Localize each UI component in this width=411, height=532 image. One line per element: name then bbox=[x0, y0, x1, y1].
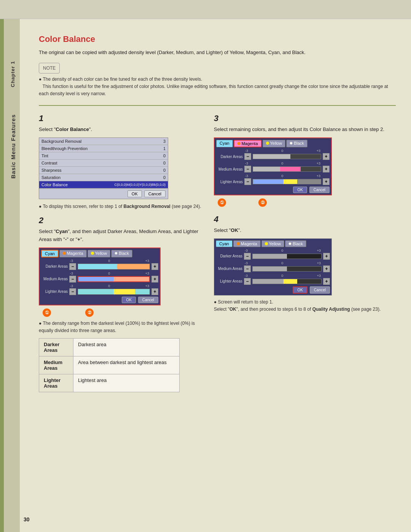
cb-tabs-step2: Cyan Magenta Yellow Black bbox=[41, 250, 158, 257]
slider-s3-darker[interactable] bbox=[253, 154, 321, 159]
s3-lighter-minus[interactable]: − bbox=[244, 178, 251, 185]
cb-ok-step2[interactable]: OK bbox=[122, 297, 135, 303]
tab-magenta-s3[interactable]: Magenta bbox=[234, 140, 262, 147]
step-4-note: Screen will return to step 1.Select "OK"… bbox=[214, 299, 396, 313]
step-2-note: The density range from the darkest level… bbox=[39, 320, 202, 334]
step-4: 4 Select "OK". Cyan Magenta Yellow Black bbox=[214, 214, 396, 313]
lighter-minus[interactable]: − bbox=[69, 288, 76, 295]
settings-row-tint: Tint 0 bbox=[39, 152, 168, 160]
tab-black-s3[interactable]: Black bbox=[286, 140, 307, 147]
note-bullet-2-cont: This function is useful for the fine adj… bbox=[39, 84, 388, 96]
s4-medium-plus[interactable]: + bbox=[323, 265, 330, 272]
scale-s3-dark: -30+3 bbox=[216, 149, 330, 153]
scale-lighter: -30+3 bbox=[41, 284, 158, 288]
label-medium: Medium Areas bbox=[41, 277, 68, 281]
tab-magenta-s4[interactable]: Magenta bbox=[233, 240, 261, 247]
scale-darker: -30+3 bbox=[41, 259, 158, 263]
cb-buttons-step2: OK Cancel bbox=[41, 297, 158, 303]
cb-ok-step3[interactable]: OK bbox=[293, 187, 307, 193]
cell-medium-label: MediumAreas bbox=[39, 356, 73, 374]
s4-medium-minus[interactable]: − bbox=[244, 265, 251, 272]
tab-black-s4[interactable]: Black bbox=[285, 240, 306, 247]
table-row-medium: MediumAreas Area between darkest and lig… bbox=[39, 356, 180, 374]
dot-magenta-s3 bbox=[237, 142, 241, 145]
cell-darker-desc: Darkest area bbox=[73, 339, 180, 356]
right-column: 3 Select remaining colors, and then adju… bbox=[214, 113, 396, 392]
s3-lighter-plus[interactable]: + bbox=[323, 178, 330, 185]
lighter-plus[interactable]: + bbox=[151, 288, 158, 295]
scale-medium: -30+3 bbox=[41, 272, 158, 275]
s3-darker-minus[interactable]: − bbox=[244, 153, 251, 160]
dot-black bbox=[115, 252, 118, 255]
intro-text: The original can be copied with adjusted… bbox=[39, 49, 396, 57]
tab-cyan-s3[interactable]: Cyan bbox=[216, 140, 233, 147]
s4-darker-plus[interactable]: + bbox=[323, 253, 330, 260]
s4-lighter-plus[interactable]: + bbox=[323, 278, 330, 285]
cb-panel-step4: Cyan Magenta Yellow Black -30+3 bbox=[214, 238, 332, 296]
dot-magenta-s4 bbox=[237, 242, 240, 245]
tab-yellow[interactable]: Yellow bbox=[88, 250, 110, 257]
slider-s3-lighter[interactable] bbox=[253, 179, 321, 184]
density-table: DarkerAreas Darkest area MediumAreas Are… bbox=[39, 338, 180, 392]
cb-panel-step2: Cyan Magenta Yellow Black -30+3 bbox=[39, 248, 161, 305]
step-1-note: To display this screen, refer to step 1 … bbox=[39, 203, 202, 210]
scale-s3-light: -30+3 bbox=[216, 174, 330, 178]
slider-lighter[interactable] bbox=[78, 289, 150, 295]
callout-2: ② bbox=[85, 308, 94, 317]
tab-yellow-s3[interactable]: Yellow bbox=[263, 140, 285, 147]
darker-plus[interactable]: + bbox=[151, 263, 158, 270]
settings-ok-button[interactable]: OK bbox=[127, 190, 142, 197]
cb-cancel-step2[interactable]: Cancel bbox=[138, 297, 158, 303]
callout-s3-1: ① bbox=[218, 198, 226, 207]
callout-s3-2: ② bbox=[258, 198, 267, 207]
settings-row-cb[interactable]: Color Balance C(0,0,0)M(0,0,0)Y(0,0,0)Bk… bbox=[39, 181, 168, 189]
callout-1: ① bbox=[43, 308, 51, 317]
main-content: Color Balance The original can be copied… bbox=[24, 0, 411, 407]
slider-s4-darker[interactable] bbox=[252, 254, 322, 259]
step-2-text: Select "Cyan", and then adjust Darker Ar… bbox=[39, 228, 202, 244]
label-s4-medium: Medium Areas bbox=[216, 267, 242, 271]
medium-minus[interactable]: − bbox=[69, 276, 76, 283]
slider-s4-medium[interactable] bbox=[252, 266, 322, 272]
slider-darker[interactable] bbox=[78, 264, 150, 270]
s4-lighter-minus[interactable]: − bbox=[244, 278, 251, 285]
side-accent bbox=[0, 0, 4, 532]
slider-s3-medium[interactable] bbox=[253, 166, 321, 172]
s4-darker-minus[interactable]: − bbox=[244, 253, 251, 260]
slider-medium[interactable] bbox=[78, 276, 150, 282]
slider-s4-lighter[interactable] bbox=[252, 279, 322, 284]
tab-black[interactable]: Black bbox=[111, 250, 132, 257]
settings-cancel-button[interactable]: Cancel bbox=[144, 190, 166, 197]
tab-cyan[interactable]: Cyan bbox=[41, 250, 59, 257]
dot-magenta bbox=[63, 252, 66, 255]
section-label: Basic Menu Features bbox=[10, 114, 16, 179]
s3-darker-plus[interactable]: + bbox=[323, 153, 330, 160]
top-banner bbox=[0, 0, 411, 19]
cb-ok-step4[interactable]: OK bbox=[293, 286, 307, 294]
settings-panel: Background Removal 3 Bleedthrough Preven… bbox=[39, 137, 168, 199]
cb-row-medium: Medium Areas − + bbox=[41, 276, 158, 283]
s3-medium-plus[interactable]: + bbox=[323, 166, 330, 173]
table-row-darker: DarkerAreas Darkest area bbox=[39, 339, 180, 356]
tab-cyan-s4[interactable]: Cyan bbox=[216, 240, 233, 247]
cb-row-s4-medium: Medium Areas − + bbox=[216, 265, 330, 272]
scale-s4-light: -30+3 bbox=[216, 274, 330, 278]
note-bullet-1: The density of each color can be fine tu… bbox=[39, 77, 202, 82]
tab-yellow-s4[interactable]: Yellow bbox=[261, 240, 284, 247]
note-label: NOTE bbox=[39, 63, 60, 73]
cb-row-s4-darker: Darker Areas − + bbox=[216, 253, 330, 260]
settings-row-bleed: Bleedthrough Prevention 1 bbox=[39, 145, 168, 152]
darker-minus[interactable]: − bbox=[69, 263, 76, 270]
medium-plus[interactable]: + bbox=[151, 276, 158, 283]
cell-lighter-label: LighterAreas bbox=[39, 374, 73, 392]
s3-medium-minus[interactable]: − bbox=[244, 166, 251, 173]
cb-cancel-step4[interactable]: Cancel bbox=[310, 286, 330, 294]
cell-darker-label: DarkerAreas bbox=[39, 339, 73, 356]
tab-magenta[interactable]: Magenta bbox=[59, 250, 87, 257]
two-column-layout: 1 Select "Color Balance". Background Rem… bbox=[39, 113, 396, 392]
table-row-lighter: LighterAreas Lightest area bbox=[39, 374, 180, 392]
step-2-number: 2 bbox=[39, 216, 202, 225]
step-3-number: 3 bbox=[214, 113, 396, 123]
cb-cancel-step3[interactable]: Cancel bbox=[309, 187, 330, 193]
scale-s3-med: -30+3 bbox=[216, 161, 330, 165]
